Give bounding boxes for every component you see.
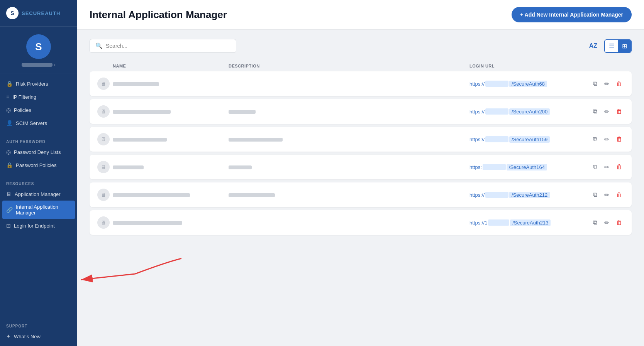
sidebar-item-policies[interactable]: ◎ Policies [0, 103, 77, 116]
auth-password-section: AUTH PASSWORD ◎ Password Deny Lists 🔒 Pa… [0, 133, 77, 175]
url-end: /SecureAuth212 [509, 192, 550, 198]
deny-list-icon: ◎ [6, 149, 11, 155]
delete-button[interactable]: 🗑 [615, 190, 624, 200]
sidebar-item-internal-application-manager[interactable]: 🔗 Internal Application Manager [2, 201, 75, 219]
row-actions: ⧉ ✏ 🗑 [578, 106, 624, 117]
edit-button[interactable]: ✏ [603, 106, 611, 117]
row-app-icon: 🖥 [97, 133, 110, 145]
copy-button[interactable]: ⧉ [591, 106, 599, 116]
row-name [113, 108, 229, 115]
grid-view-button[interactable]: ⊞ [618, 40, 631, 52]
resources-section: RESOURCES 🖥 Application Manager 🔗 Intern… [0, 175, 77, 235]
url-start: https://1 [469, 220, 487, 226]
url-start: https: [469, 164, 482, 170]
row-app-icon: 🖥 [97, 216, 110, 229]
sidebar-bottom: SUPPORT ✦ What's New [0, 317, 77, 346]
lock-icon: 🔒 [6, 81, 13, 87]
sidebar-item-scim-servers[interactable]: 👤 SCIM Servers [0, 116, 77, 130]
copy-button[interactable]: ⧉ [591, 79, 599, 89]
delete-button[interactable]: 🗑 [615, 162, 624, 172]
url-end: /SecureAuth159 [509, 136, 550, 143]
copy-button[interactable]: ⧉ [591, 190, 599, 200]
url-end: /SecureAuth213 [510, 219, 551, 226]
sidebar-item-risk-providers[interactable]: 🔒 Risk Providers [0, 77, 77, 90]
filter-icon: ≡ [6, 94, 9, 100]
search-input[interactable] [106, 43, 230, 49]
row-app-icon: 🖥 [97, 78, 110, 90]
auth-password-label: AUTH PASSWORD [0, 136, 77, 145]
sidebar-item-label: What's New [14, 334, 41, 339]
sidebar-item-label: Internal Application Manager [16, 204, 71, 216]
login-endpoint-icon: ⊡ [6, 223, 11, 229]
row-app-icon: 🖥 [97, 161, 110, 173]
sidebar-item-whats-new[interactable]: ✦ What's New [0, 330, 77, 343]
row-actions: ⧉ ✏ 🗑 [578, 218, 624, 228]
sidebar-item-label: SCIM Servers [16, 120, 47, 126]
user-name-placeholder [22, 63, 53, 67]
delete-button[interactable]: 🗑 [615, 79, 624, 89]
sidebar-item-label: IP Filtering [12, 94, 36, 100]
url-end: /SecureAuth200 [509, 108, 550, 115]
sort-az-button[interactable]: AZ [586, 41, 600, 51]
copy-button[interactable]: ⧉ [591, 218, 599, 228]
star-icon: ✦ [6, 333, 11, 339]
edit-button[interactable]: ✏ [603, 79, 611, 89]
toolbar-right: AZ ☰ ⊞ [586, 39, 632, 53]
support-label: SUPPORT [0, 320, 77, 330]
edit-button[interactable]: ✏ [603, 162, 611, 172]
row-name [113, 80, 229, 87]
row-name [113, 191, 229, 198]
row-login-url: https:// /SecureAuth159 [469, 136, 578, 143]
copy-button[interactable]: ⧉ [591, 162, 599, 172]
table-row: 🖥 https:// /SecureAuth200 ⧉ ✏ 🗑 [90, 99, 632, 124]
search-box[interactable]: 🔍 [90, 39, 236, 53]
sidebar-item-label: Risk Providers [16, 81, 48, 87]
delete-button[interactable]: 🗑 [615, 218, 624, 228]
sidebar-item-password-deny-lists[interactable]: ◎ Password Deny Lists [0, 145, 77, 159]
edit-button[interactable]: ✏ [603, 190, 611, 200]
row-app-icon: 🖥 [97, 105, 110, 118]
sidebar-item-login-for-endpoint[interactable]: ⊡ Login for Endpoint [0, 219, 77, 232]
main-content: Internal Application Manager + Add New I… [77, 0, 644, 346]
add-new-button[interactable]: + Add New Internal Application Manager [512, 7, 632, 22]
list-view-button[interactable]: ☰ [605, 40, 618, 52]
toolbar: 🔍 AZ ☰ ⊞ [90, 39, 632, 53]
table-row: 🖥 https:// /SecureAuth68 ⧉ ✏ 🗑 [90, 71, 632, 96]
edit-button[interactable]: ✏ [603, 218, 611, 228]
row-app-icon: 🖥 [97, 189, 110, 201]
row-actions: ⧉ ✏ 🗑 [578, 79, 624, 89]
policies-icon: ◎ [6, 107, 11, 113]
col-name: NAME [113, 64, 229, 68]
url-end: /SecureAuth68 [509, 81, 547, 87]
logo-icon: S [6, 7, 19, 19]
logo-text: SECUREAUTH [22, 10, 60, 16]
sidebar-item-label: Login for Endpoint [14, 223, 55, 229]
delete-button[interactable]: 🗑 [615, 106, 624, 116]
avatar: S [26, 34, 51, 59]
row-login-url: https://1 /SecureAuth213 [469, 219, 578, 226]
delete-button[interactable]: 🗑 [615, 134, 624, 144]
url-end: /SecureAuth164 [507, 164, 547, 170]
content-area: 🔍 AZ ☰ ⊞ NAME DESCRIPTION LOGIN URL 🖥 [77, 30, 644, 346]
row-description [229, 191, 469, 198]
sidebar-item-label: Password Deny Lists [14, 149, 61, 155]
row-name [113, 136, 229, 143]
url-start: https:// [469, 109, 485, 115]
col-description: DESCRIPTION [229, 64, 469, 68]
row-actions: ⧉ ✏ 🗑 [578, 134, 624, 145]
user-name-row[interactable]: › [22, 62, 56, 68]
table-row: 🖥 https:// /SecureAuth159 ⧉ ✏ 🗑 [90, 127, 632, 152]
sidebar-item-ip-filtering[interactable]: ≡ IP Filtering [0, 90, 77, 103]
search-icon: 🔍 [95, 42, 103, 49]
table-header: NAME DESCRIPTION LOGIN URL [90, 61, 632, 71]
row-name [113, 164, 229, 170]
password-policies-icon: 🔒 [6, 162, 13, 168]
row-login-url: https:// /SecureAuth212 [469, 192, 578, 198]
edit-button[interactable]: ✏ [603, 134, 611, 145]
url-start: https:// [469, 137, 485, 142]
sidebar-item-password-policies[interactable]: 🔒 Password Policies [0, 159, 77, 172]
row-login-url: https:// /SecureAuth200 [469, 108, 578, 115]
sidebar-item-label: Policies [14, 107, 31, 113]
copy-button[interactable]: ⧉ [591, 134, 599, 144]
sidebar-item-application-manager[interactable]: 🖥 Application Manager [0, 187, 77, 201]
